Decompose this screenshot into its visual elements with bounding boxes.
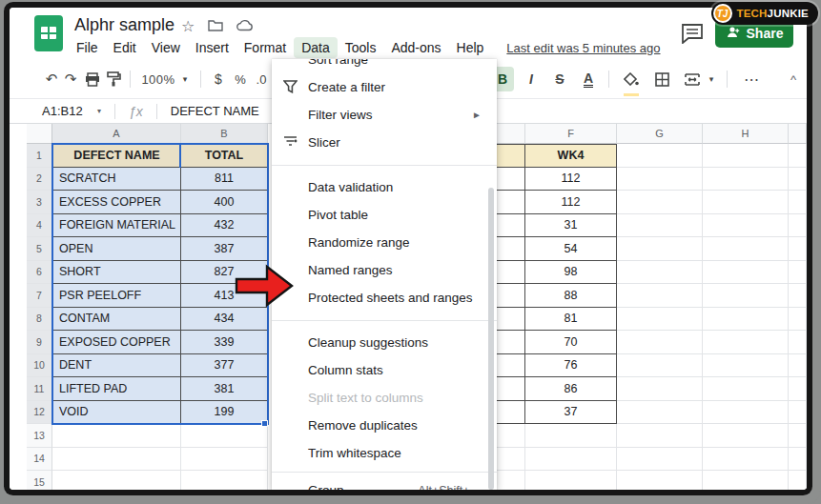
menu-data[interactable]: Data [294,37,338,58]
cell-H8[interactable] [703,308,789,332]
star-icon[interactable]: ☆ [181,17,195,35]
redo-icon[interactable]: ↷ [60,67,81,91]
format-percent-button[interactable]: % [230,67,251,91]
menu-help[interactable]: Help [449,37,492,58]
cell-F7[interactable]: 88 [525,284,617,308]
cell-H5[interactable] [703,237,789,261]
cell-G6[interactable] [617,261,703,285]
cell-E12[interactable] [497,401,525,425]
menu-item-remove-duplicates[interactable]: Remove duplicates [272,412,497,439]
menu-view[interactable]: View [144,37,188,58]
cell-F13[interactable] [525,424,617,448]
row-header-6[interactable]: 6 [27,261,52,285]
cell-B12[interactable]: 199 [181,401,268,425]
cell-H1[interactable] [703,144,789,168]
document-title[interactable]: Alphr sample [74,15,174,35]
decrease-decimal-button[interactable]: .0 [251,67,272,91]
zoom-caret-icon[interactable]: ▾ [179,67,191,91]
cell-I15[interactable] [789,471,807,490]
menu-item-randomize-range[interactable]: Randomize range [272,229,497,256]
cell-G4[interactable] [617,214,703,238]
cell-H7[interactable] [703,284,789,308]
menu-insert[interactable]: Insert [188,37,236,58]
column-header-a[interactable]: A [52,124,181,144]
cell-F4[interactable]: 31 [525,214,617,238]
menu-format[interactable]: Format [236,37,294,58]
zoom-select[interactable]: 100% [139,67,177,91]
cell-G7[interactable] [617,284,703,308]
row-header-13[interactable]: 13 [27,424,52,448]
cell-G2[interactable] [617,168,703,192]
cell-I9[interactable] [789,331,807,354]
print-icon[interactable] [82,67,103,91]
column-header[interactable] [497,124,525,144]
cell-A11[interactable]: LIFTED PAD [52,377,181,401]
menu-item-slicer[interactable]: Slicer [272,129,497,156]
menu-item-create-a-filter[interactable]: Create a filter [272,73,497,101]
cell-G15[interactable] [617,471,703,490]
menu-item-data-validation[interactable]: Data validation [272,173,497,201]
cell-G5[interactable] [617,237,703,261]
cell-F2[interactable]: 112 [525,168,617,192]
cell-H14[interactable] [703,448,789,472]
cell-H10[interactable] [703,354,789,378]
row-header-1[interactable]: 1 [27,144,52,168]
cell-I12[interactable] [789,401,807,425]
row-header-7[interactable]: 7 [27,284,52,308]
cell-F3[interactable]: 112 [525,191,617,214]
undo-icon[interactable]: ↶ [41,67,62,91]
paint-format-icon[interactable] [103,67,124,91]
menu-tools[interactable]: Tools [338,37,384,58]
cell-B4[interactable]: 432 [181,214,268,238]
row-header-4[interactable]: 4 [27,214,52,238]
cell-B15[interactable] [181,471,268,490]
menu-addons[interactable]: Add-ons [383,37,448,58]
cell-E6[interactable] [497,261,525,285]
selection-fill-handle[interactable] [261,420,268,427]
cell-I6[interactable] [789,261,807,285]
menu-item-cleanup-suggestions[interactable]: Cleanup suggestions [272,329,497,356]
cell-H3[interactable] [703,191,789,214]
cell-H13[interactable] [703,424,789,448]
cell-F1[interactable]: WK4 [525,144,617,168]
menu-item-column-stats[interactable]: Column stats [272,356,497,384]
cell-H4[interactable] [703,214,789,238]
cell-H12[interactable] [703,401,789,425]
cell-H11[interactable] [703,377,789,401]
cell-G8[interactable] [617,308,703,332]
cell-B9[interactable]: 339 [181,331,268,354]
cell-A8[interactable]: CONTAM [52,308,181,332]
cell-E9[interactable] [497,331,525,354]
cell-F5[interactable]: 54 [525,237,617,261]
cell-G10[interactable] [617,354,703,378]
cell-G3[interactable] [617,191,703,214]
cell-A12[interactable]: VOID [52,401,181,425]
cell-F8[interactable]: 81 [525,308,617,332]
cell-B1[interactable]: TOTAL [181,144,268,168]
cell-A13[interactable] [52,424,181,448]
menu-item-group[interactable]: GroupAlt+Shift+→ [272,476,497,490]
cell-I10[interactable] [789,354,807,378]
cell-E3[interactable] [497,191,525,214]
cell-I2[interactable] [789,168,807,192]
name-box[interactable]: A1:B12 [42,104,97,118]
row-header-3[interactable]: 3 [27,191,52,214]
formula-input[interactable]: DEFECT NAME [171,104,259,118]
cell-F14[interactable] [525,448,617,472]
cell-B3[interactable]: 400 [181,191,268,214]
row-header-5[interactable]: 5 [27,237,52,261]
cell-B5[interactable]: 387 [181,237,268,261]
select-all-corner[interactable] [27,124,52,144]
last-edit-link[interactable]: Last edit was 5 minutes ago [506,41,660,55]
cloud-status-icon[interactable] [236,18,254,35]
comment-history-icon[interactable] [681,23,704,44]
cell-A9[interactable]: EXPOSED COPPER [52,331,181,354]
merge-cells-icon[interactable] [681,67,704,91]
cell-I8[interactable] [789,308,807,332]
merge-caret-icon[interactable]: ▾ [706,67,717,91]
cell-E8[interactable] [497,308,525,332]
fill-color-icon[interactable] [620,67,643,91]
cell-F15[interactable] [525,471,617,490]
cell-E14[interactable] [497,448,525,472]
cell-A5[interactable]: OPEN [52,237,181,261]
